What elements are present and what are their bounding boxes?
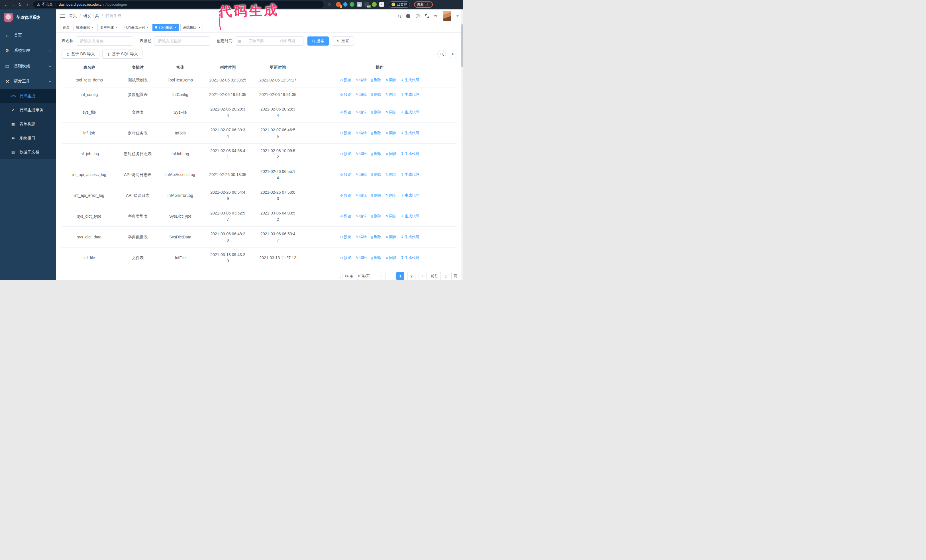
action-编辑[interactable]: ✎编辑	[356, 151, 367, 157]
action-预览[interactable]: ⊙预览	[340, 109, 351, 115]
action-编辑[interactable]: ✎编辑	[356, 91, 367, 98]
action-同步[interactable]: ↻同步	[386, 130, 396, 136]
action-删除[interactable]: ▯删除	[371, 91, 381, 98]
action-生成代码[interactable]: ↧生成代码	[401, 213, 419, 219]
tab-表单构建[interactable]: 表单构建×	[97, 24, 120, 31]
grid-extension-icon[interactable]: ▦	[357, 2, 362, 7]
puzzle-extension-icon[interactable]: +	[379, 2, 384, 7]
action-删除[interactable]: ▯删除	[371, 192, 381, 199]
action-编辑[interactable]: ✎编辑	[356, 213, 367, 219]
sidebar-item-研发工具[interactable]: ⚒研发工具	[0, 74, 56, 89]
reload-icon[interactable]: ↻	[17, 0, 23, 9]
close-icon[interactable]: ×	[92, 26, 94, 29]
action-生成代码[interactable]: ↧生成代码	[401, 151, 419, 157]
action-同步[interactable]: ↻同步	[386, 109, 396, 115]
action-编辑[interactable]: ✎编辑	[356, 172, 367, 178]
orange-extension-icon[interactable]: 1	[336, 2, 341, 7]
green-check-extension-icon[interactable]: ✓	[350, 2, 354, 7]
action-删除[interactable]: ▯删除	[371, 255, 381, 261]
github-icon[interactable]	[406, 14, 410, 18]
page-2[interactable]: 2	[407, 272, 415, 280]
toggle-search-button[interactable]	[437, 50, 446, 58]
action-删除[interactable]: ▯删除	[371, 234, 381, 240]
close-icon[interactable]: ×	[147, 26, 148, 29]
close-icon[interactable]: ×	[116, 26, 117, 29]
next-page-button[interactable]	[419, 272, 427, 280]
fullscreen-icon[interactable]	[425, 14, 429, 18]
action-预览[interactable]: ⊙预览	[340, 77, 351, 83]
refresh-table-button[interactable]: ↻	[449, 50, 457, 58]
kebab-menu-icon[interactable]: ⋮	[426, 3, 430, 6]
blue-gem-extension-icon[interactable]	[342, 2, 348, 7]
table-name-input[interactable]	[76, 36, 133, 45]
close-icon[interactable]: ×	[198, 26, 200, 29]
action-生成代码[interactable]: ↧生成代码	[401, 130, 419, 136]
chevron-down-icon[interactable]	[457, 15, 459, 18]
import-sql-button[interactable]: ↥ 基于 SQL 导入	[102, 50, 142, 59]
submenu-item-代码生成示例[interactable]: ✓代码生成示例	[0, 103, 56, 117]
page-size-select[interactable]: 10条/页	[357, 272, 382, 280]
sidebar-item-基础设施[interactable]: ▤基础设施	[0, 58, 56, 74]
import-db-button[interactable]: ↥ 基于 DB 导入	[62, 50, 100, 59]
sidebar-item-系统管理[interactable]: ⚙系统管理	[0, 43, 56, 58]
action-预览[interactable]: ⊙预览	[340, 130, 351, 136]
search-button[interactable]: 搜索	[307, 36, 329, 45]
action-同步[interactable]: ↻同步	[386, 172, 396, 178]
action-删除[interactable]: ▯删除	[371, 151, 381, 157]
action-编辑[interactable]: ✎编辑	[356, 234, 367, 240]
search-icon[interactable]	[398, 15, 401, 17]
back-arrow-icon[interactable]: ←	[3, 0, 10, 9]
action-编辑[interactable]: ✎编辑	[356, 192, 367, 199]
date-range-picker[interactable]: ▦ 开始日期 - 结束日期	[235, 36, 303, 45]
action-生成代码[interactable]: ↧生成代码	[401, 109, 419, 115]
action-编辑[interactable]: ✎编辑	[356, 255, 367, 261]
action-同步[interactable]: ↻同步	[386, 91, 396, 98]
goto-page-input[interactable]	[440, 272, 452, 280]
green-bot-extension-icon[interactable]	[372, 2, 377, 7]
submenu-item-代码生成[interactable]: </>代码生成	[0, 89, 56, 103]
action-编辑[interactable]: ✎编辑	[356, 109, 367, 115]
action-预览[interactable]: ⊙预览	[340, 213, 351, 219]
help-icon[interactable]: ?	[416, 14, 420, 18]
action-同步[interactable]: ↻同步	[386, 151, 396, 157]
action-删除[interactable]: ▯删除	[371, 172, 381, 178]
action-删除[interactable]: ▯删除	[371, 213, 381, 219]
action-编辑[interactable]: ✎编辑	[356, 77, 367, 83]
action-删除[interactable]: ▯删除	[371, 109, 381, 115]
paused-badge[interactable]: 已暂停	[389, 2, 410, 8]
tab-代码生成示例[interactable]: 代码生成示例×	[122, 24, 151, 31]
tab-链路追踪[interactable]: 链路追踪×	[74, 24, 96, 31]
action-生成代码[interactable]: ↧生成代码	[401, 234, 419, 240]
onetab-extension-icon[interactable]: on	[365, 2, 369, 7]
scrollbar-thumb[interactable]	[461, 24, 463, 67]
action-生成代码[interactable]: ↧生成代码	[401, 77, 419, 83]
action-同步[interactable]: ↻同步	[386, 77, 396, 83]
action-同步[interactable]: ↻同步	[386, 192, 396, 199]
home-icon[interactable]: ⌂	[23, 0, 30, 9]
submenu-item-表单构建[interactable]: ▦表单构建	[0, 117, 56, 131]
action-生成代码[interactable]: ↧生成代码	[401, 91, 419, 98]
tab-首页[interactable]: 首页	[60, 24, 72, 31]
tab-系统接口[interactable]: 系统接口×	[180, 24, 203, 31]
reset-button[interactable]: ↻ 重置	[331, 36, 354, 45]
action-预览[interactable]: ⊙预览	[340, 255, 351, 261]
avatar[interactable]	[443, 11, 451, 21]
bookmark-star-icon[interactable]: ☆	[328, 2, 331, 7]
tab-代码生成[interactable]: 代码生成×	[153, 24, 179, 31]
sidebar-logo[interactable]: 芋道管理系统	[0, 9, 56, 24]
action-预览[interactable]: ⊙预览	[340, 91, 351, 98]
action-同步[interactable]: ↻同步	[386, 213, 396, 219]
action-同步[interactable]: ↻同步	[386, 234, 396, 240]
action-生成代码[interactable]: ↧生成代码	[401, 192, 419, 199]
close-icon[interactable]: ×	[174, 26, 176, 29]
page-scrollbar[interactable]	[461, 9, 463, 280]
update-button[interactable]: 更新 ⋮	[414, 2, 433, 8]
sidebar-item-首页[interactable]: ⌂首页	[0, 28, 56, 43]
action-删除[interactable]: ▯删除	[371, 130, 381, 136]
submenu-item-系统接口[interactable]: ⇆系统接口	[0, 131, 56, 145]
breadcrumb-home[interactable]: 首页	[69, 14, 77, 18]
submenu-item-数据库文档[interactable]: ▥数据库文档	[0, 145, 56, 159]
page-1[interactable]: 1	[396, 272, 404, 280]
table-desc-input[interactable]	[154, 36, 210, 45]
action-预览[interactable]: ⊙预览	[340, 192, 351, 199]
